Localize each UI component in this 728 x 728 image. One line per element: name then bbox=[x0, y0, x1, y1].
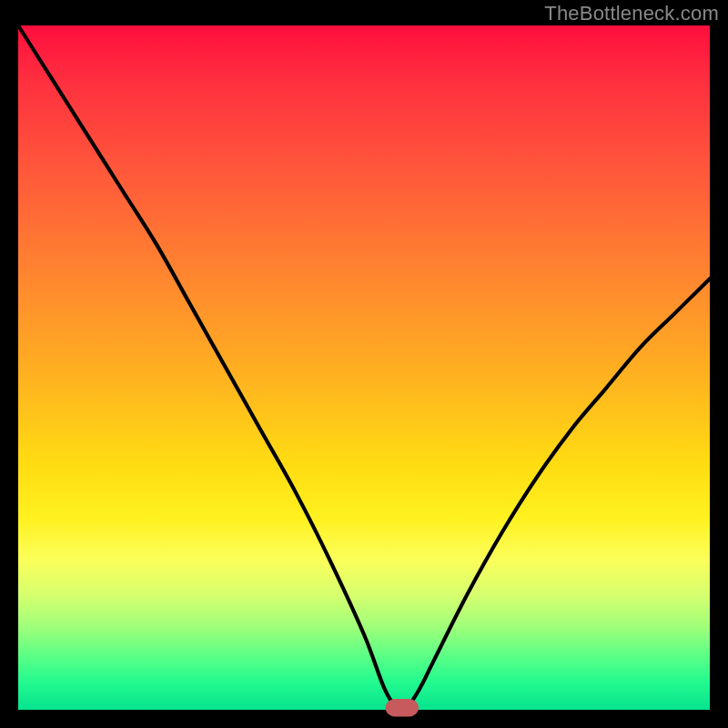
bottleneck-curve bbox=[18, 25, 710, 713]
minimum-marker bbox=[389, 703, 415, 713]
watermark-text: TheBottleneck.com bbox=[544, 2, 719, 25]
chart-frame: TheBottleneck.com bbox=[0, 0, 728, 728]
heat-gradient-plot bbox=[18, 25, 710, 710]
curve-layer bbox=[18, 25, 710, 710]
